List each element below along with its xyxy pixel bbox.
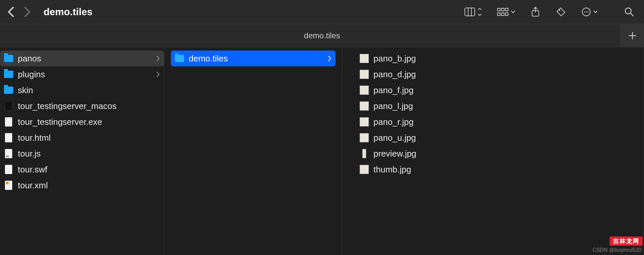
new-tab-button[interactable] [620, 24, 644, 47]
item-label: thumb.jpg [373, 164, 411, 175]
column-1: panospluginsskintour_testingserver_macos… [0, 47, 164, 255]
item-label: tour.xml [18, 180, 48, 191]
image-icon [360, 165, 369, 174]
path-crumb[interactable]: demo.tiles [304, 31, 340, 40]
image-icon [360, 86, 369, 95]
forward-button[interactable] [24, 6, 31, 18]
list-item[interactable]: pano_r.jpg [356, 114, 644, 130]
chevron-right-icon [328, 54, 332, 64]
list-item[interactable]: tour.swf [0, 162, 164, 177]
image-icon [360, 54, 369, 63]
toolbar [465, 6, 634, 18]
svg-point-12 [584, 12, 585, 13]
file-icon [4, 133, 13, 142]
svg-rect-4 [501, 8, 504, 11]
list-item[interactable]: pano_b.jpg [356, 51, 644, 66]
svg-rect-3 [498, 8, 500, 11]
column-view: panospluginsskintour_testingserver_macos… [0, 47, 644, 255]
list-item[interactable]: panos [0, 51, 164, 66]
item-label: tour.html [18, 133, 51, 143]
group-button[interactable] [497, 7, 515, 17]
item-label: pano_r.jpg [373, 117, 413, 127]
image-icon [360, 70, 369, 79]
list-item[interactable]: thumb.jpg [356, 162, 644, 177]
list-item[interactable]: pano_f.jpg [356, 82, 644, 98]
finder-window: demo.tiles [0, 0, 644, 255]
item-label: plugins [18, 69, 45, 80]
tag-button[interactable] [556, 7, 566, 17]
image-icon [360, 133, 369, 142]
file-icon [4, 117, 13, 127]
path-bar: demo.tiles [0, 24, 644, 47]
share-button[interactable] [531, 6, 540, 18]
svg-rect-6 [498, 13, 500, 16]
chevron-right-icon [156, 54, 160, 64]
watermark-red: 吉林龙网 [610, 237, 643, 246]
view-columns-button[interactable] [465, 7, 482, 17]
back-button[interactable] [7, 6, 15, 18]
item-label: pano_f.jpg [373, 85, 413, 95]
more-button[interactable] [581, 7, 599, 17]
list-item[interactable]: plugins [0, 66, 164, 82]
list-item[interactable]: pano_u.jpg [356, 130, 644, 146]
svg-point-14 [588, 12, 589, 13]
image-icon [360, 101, 369, 111]
list-item[interactable]: tour_testingserver.exe [0, 114, 164, 130]
item-label: skin [18, 85, 33, 95]
svg-rect-7 [501, 13, 504, 16]
item-label: tour_testingserver.exe [18, 117, 102, 127]
svg-point-13 [586, 12, 587, 13]
list-item[interactable]: tour_testingserver_macos [0, 98, 164, 114]
titlebar: demo.tiles [0, 0, 644, 24]
list-item[interactable]: pano_l.jpg [356, 98, 644, 114]
svg-rect-5 [505, 8, 508, 11]
item-label: tour.swf [18, 164, 48, 175]
image-icon [360, 149, 369, 158]
item-label: pano_b.jpg [373, 54, 416, 64]
folder-icon [4, 86, 13, 95]
column-2: demo.tiles [164, 47, 342, 255]
svg-point-10 [559, 10, 560, 11]
svg-rect-0 [465, 8, 475, 16]
folder-icon [4, 70, 13, 79]
item-label: tour_testingserver_macos [18, 101, 116, 111]
item-label: pano_d.jpg [373, 69, 416, 80]
window-title: demo.tiles [44, 6, 92, 18]
search-button[interactable] [624, 7, 634, 17]
item-label: preview.jpg [373, 149, 416, 159]
item-label: pano_l.jpg [373, 101, 413, 111]
item-label: demo.tiles [189, 54, 228, 64]
exec-icon [4, 101, 13, 111]
column-3: pano_b.jpgpano_d.jpgpano_f.jpgpano_l.jpg… [342, 47, 644, 255]
watermark-csdn: CSDN @liuqinrui520 [593, 247, 641, 253]
nav-buttons [7, 6, 31, 18]
svg-rect-8 [505, 13, 508, 16]
js-file-icon [4, 149, 13, 158]
svg-line-16 [630, 13, 633, 16]
list-item[interactable]: skin [0, 82, 164, 98]
item-label: panos [18, 54, 41, 64]
xml-file-icon [4, 181, 13, 190]
folder-icon [175, 54, 184, 63]
item-label: tour.js [18, 149, 41, 159]
image-icon [360, 117, 369, 127]
file-icon [4, 165, 13, 174]
list-item[interactable]: preview.jpg [356, 146, 644, 162]
chevron-right-icon [156, 69, 160, 80]
list-item[interactable]: demo.tiles [171, 51, 336, 66]
list-item[interactable]: tour.xml [0, 177, 164, 193]
list-item[interactable]: tour.html [0, 130, 164, 146]
folder-icon [4, 54, 13, 63]
list-item[interactable]: pano_d.jpg [356, 66, 644, 82]
list-item[interactable]: tour.js [0, 146, 164, 162]
item-label: pano_u.jpg [373, 133, 416, 143]
